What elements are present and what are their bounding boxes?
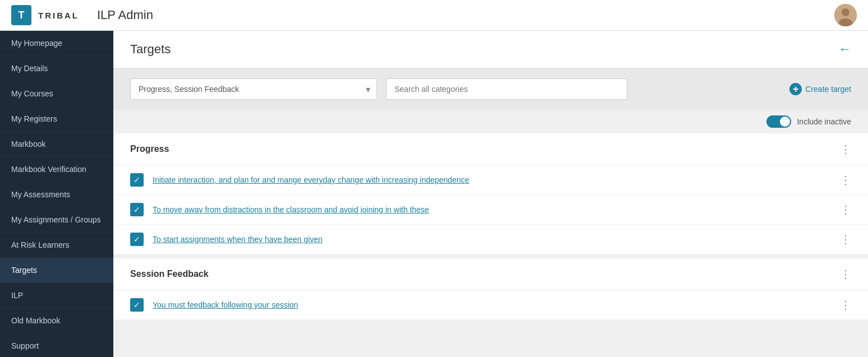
sidebar-item-targets[interactable]: Targets [0,258,113,283]
target-row-more-icon[interactable] [840,298,851,312]
section-title-progress: Progress [130,144,169,154]
target-row-more-icon[interactable] [840,203,851,216]
page-title: Targets [130,42,171,57]
logo-box: T [11,5,31,25]
logo-name: TRIBAL [38,11,79,20]
section-progress: Progress✓Initiate interaction, and plan … [113,133,868,254]
target-link[interactable]: Initiate interaction, and plan for and m… [153,175,831,184]
target-row: ✓Initiate interaction, and plan for and … [113,165,868,195]
sidebar-item-markbook[interactable]: Markbook [0,132,113,157]
checkbox-icon: ✓ [130,233,144,246]
sections-container: Progress✓Initiate interaction, and plan … [113,133,868,319]
section-more-icon-progress[interactable] [840,142,851,156]
filter-bar: Progress, Session FeedbackProgressSessio… [113,68,868,110]
section-more-icon-session-feedback[interactable] [840,267,851,281]
sidebar-item-my-homepage[interactable]: My Homepage [0,31,113,56]
sidebar: My HomepageMy DetailsMy CoursesMy Regist… [0,31,113,357]
target-row: ✓To move away from distractions in the c… [113,195,868,225]
category-select-wrap: Progress, Session FeedbackProgressSessio… [130,78,377,100]
toggle-row: Include inactive [113,110,868,133]
app-header: T TRIBAL ILP Admin [0,0,868,31]
checkbox-icon: ✓ [130,173,144,187]
target-link[interactable]: To move away from distractions in the cl… [153,205,831,214]
create-target-button[interactable]: + Create target [789,83,851,95]
create-target-label: Create target [805,85,851,94]
targets-header: Targets ← [113,31,868,68]
logo-letter: T [19,10,25,21]
avatar[interactable] [834,4,857,26]
section-title-session-feedback: Session Feedback [130,269,209,279]
sidebar-item-my-registers[interactable]: My Registers [0,106,113,132]
target-row-more-icon[interactable] [840,233,851,246]
target-link[interactable]: You must feedback following your session [153,300,831,309]
toggle-label: Include inactive [797,117,851,126]
sidebar-item-my-assessments[interactable]: My Assessments [0,182,113,207]
target-row: ✓You must feedback following your sessio… [113,290,868,319]
create-plus-icon: + [789,83,802,95]
sidebar-item-my-courses[interactable]: My Courses [0,81,113,106]
target-row: ✓To start assignments when they have bee… [113,225,868,254]
section-session-feedback: Session Feedback✓You must feedback follo… [113,258,868,319]
section-header-session-feedback: Session Feedback [113,258,868,290]
search-input[interactable] [386,78,627,100]
svg-point-1 [842,8,849,16]
target-row-more-icon[interactable] [840,173,851,187]
section-header-progress: Progress [113,133,868,165]
checkbox-icon: ✓ [130,203,144,216]
header-title: ILP Admin [97,8,153,22]
sidebar-item-markbook-verification[interactable]: Markbook Verification [0,157,113,182]
main-layout: My HomepageMy DetailsMy CoursesMy Regist… [0,31,868,357]
checkbox-icon: ✓ [130,298,144,312]
sidebar-item-old-markbook[interactable]: Old Markbook [0,308,113,333]
category-select[interactable]: Progress, Session FeedbackProgressSessio… [130,78,377,100]
back-arrow-icon[interactable]: ← [839,42,851,57]
sidebar-item-my-assignments-groups[interactable]: My Assignments / Groups [0,207,113,233]
target-link[interactable]: To start assignments when they have been… [153,235,831,244]
main-content: Targets ← Progress, Session FeedbackProg… [113,31,868,357]
sidebar-item-at-risk-learners[interactable]: At Risk Learners [0,233,113,258]
sidebar-item-my-details[interactable]: My Details [0,56,113,81]
header-left: T TRIBAL ILP Admin [11,5,153,25]
include-inactive-toggle[interactable] [766,115,791,128]
sidebar-item-ilp[interactable]: ILP [0,283,113,308]
avatar-image [834,4,857,26]
sidebar-item-support[interactable]: Support [0,333,113,357]
